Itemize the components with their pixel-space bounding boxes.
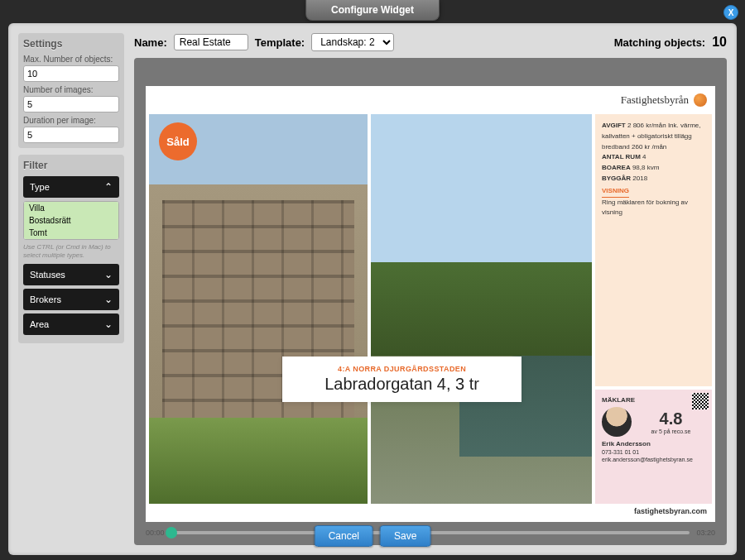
filter-brokers-label: Brokers [30,294,61,304]
num-images-label: Number of images: [23,85,119,94]
broker-email: erik.andersson@fastighetsbyran.se [602,456,705,463]
info-box: AVGIFT 2 806 kr/mån Ink. värme, kallvatt… [595,114,712,386]
broker-label: MÄKLARE [602,396,705,404]
rum-value: 4 [642,153,646,160]
brand-row: Fastighetsbyrån [146,86,715,114]
max-objects-label: Max. Number of objects: [23,55,119,64]
listing-title: Labradorgatan 4, 3 tr [292,375,512,394]
max-objects-input[interactable] [23,65,119,82]
preview-image-right [371,114,592,504]
broker-box: MÄKLARE 4.8 av 5 på reco.se Erik Anderss… [595,390,712,504]
settings-title: Settings [23,38,119,50]
filter-statuses[interactable]: Statuses ⌄ [23,264,119,285]
type-hint: Use CTRL (or Cmd in Mac) to select multi… [23,243,119,259]
duration-input[interactable] [23,127,119,143]
footer-url: fastighetsbyran.com [146,504,715,522]
filter-area[interactable]: Area ⌄ [23,314,119,335]
close-button[interactable]: X [723,5,738,20]
timeline-thumb[interactable] [166,527,177,538]
chevron-up-icon: ⌃ [104,181,113,193]
num-images-input[interactable] [23,96,119,112]
type-item-tomt[interactable]: Tomt [24,227,118,239]
chevron-down-icon: ⌄ [104,294,113,305]
qr-code-icon [692,393,709,409]
filter-area-label: Area [30,319,49,329]
broker-avatar [602,407,632,437]
settings-section: Settings Max. Number of objects: Number … [18,33,124,148]
broker-phone: 073-331 01 01 [602,448,705,456]
cancel-button[interactable]: Cancel [315,525,373,547]
top-bar: Name: Template: Landskap: 2 Matching obj… [134,33,727,51]
byggar-label: BYGGÅR [602,175,631,182]
main-panel: Settings Max. Number of objects: Number … [8,23,737,555]
brand-text: Fastighetsbyrån [621,93,689,107]
matching-count: 10 [712,35,727,50]
name-label: Name: [134,36,167,49]
filter-brokers[interactable]: Brokers ⌄ [23,289,119,310]
filter-title: Filter [23,160,119,171]
broker-rating-source: av 5 på reco.se [637,428,705,434]
chevron-down-icon: ⌄ [104,318,113,330]
filter-statuses-label: Statuses [30,270,65,280]
time-start: 00:00 [146,529,165,537]
preview-area: Fastighetsbyrån Såld 4:A NORRA DJURGÅRDS… [134,58,727,545]
brand-logo-icon [694,93,707,107]
broker-name: Erik Andersson [602,440,705,448]
title-card: 4:A NORRA DJURGÅRDSSTADEN Labradorgatan … [282,357,522,402]
window-title-tab: Configure Widget [305,0,440,21]
template-select[interactable]: Landskap: 2 [311,33,394,51]
type-item-villa[interactable]: Villa [24,202,118,214]
duration-label: Duration per image: [23,116,119,125]
sold-badge: Såld [159,122,197,160]
broker-rating: 4.8 [637,409,705,428]
time-end: 03:20 [696,529,715,537]
sidebar: Settings Max. Number of objects: Number … [18,33,124,545]
rum-label: ANTAL RUM [602,153,641,160]
type-item-bostad[interactable]: Bostadsrätt [24,214,118,227]
right-column: Name: Template: Landskap: 2 Matching obj… [134,33,727,545]
boarea-label: BOAREA [602,164,631,171]
visning-label: VISNING [602,186,629,198]
template-label: Template: [255,36,305,49]
filter-type-label: Type [30,182,50,192]
visning-text: Ring mäklaren för bokning av visning [602,198,705,219]
matching-label: Matching objects: [614,36,706,49]
filter-section: Filter Type ⌃ Villa Bostadsrätt Tomt Use… [18,155,124,343]
slide-preview: Fastighetsbyrån Såld 4:A NORRA DJURGÅRDS… [146,86,715,522]
type-list[interactable]: Villa Bostadsrätt Tomt [23,201,119,240]
byggar-value: 2018 [632,175,647,182]
listing-subtitle: 4:A NORRA DJURGÅRDSSTADEN [292,365,512,373]
save-button[interactable]: Save [380,525,430,547]
filter-type-header[interactable]: Type ⌃ [23,176,119,198]
boarea-value: 98,8 kvm [632,164,659,171]
bottom-buttons: Cancel Save [315,525,431,547]
chevron-down-icon: ⌄ [104,269,113,280]
name-input[interactable] [174,34,248,50]
avgift-label: AVGIFT [602,122,626,129]
preview-image-left: Såld [149,114,368,504]
